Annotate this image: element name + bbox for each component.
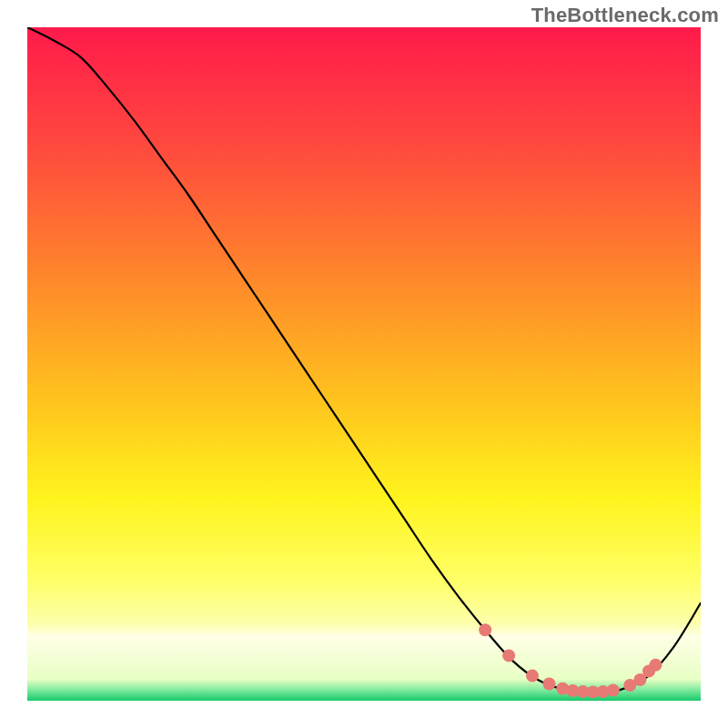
highlight-dot <box>502 649 515 662</box>
highlight-dot <box>649 659 662 672</box>
highlight-dot <box>479 623 491 636</box>
highlight-dot <box>543 678 556 691</box>
plot-area <box>27 27 701 701</box>
highlight-dot <box>526 670 539 682</box>
watermark-text: TheBottleneck.com <box>531 4 719 27</box>
gradient-background <box>27 27 701 701</box>
highlight-dot <box>607 684 620 697</box>
chart-stage: TheBottleneck.com <box>0 0 728 728</box>
bottleneck-chart <box>27 27 701 701</box>
